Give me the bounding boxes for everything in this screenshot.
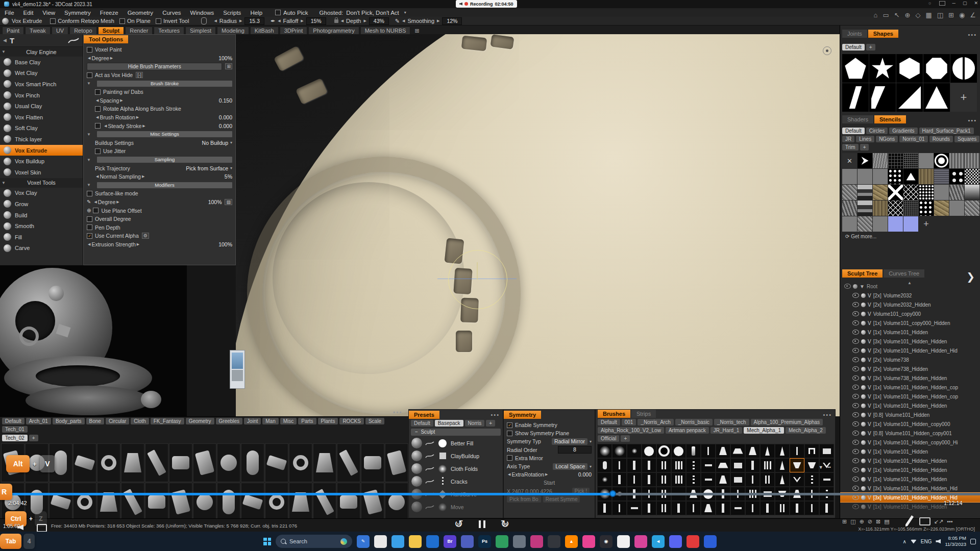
display-icon[interactable]	[939, 1, 945, 6]
sculpt-tree-item[interactable]: V[2x]Volume738	[840, 355, 980, 364]
toolbar-toggle-conform-retopo-mesh[interactable]: Conform Retopo Mesh	[50, 18, 114, 24]
taskbar-magenta-app[interactable]	[530, 535, 543, 548]
brush-alpha-thumbnail[interactable]	[804, 444, 819, 458]
disable-icon[interactable]: ⊘	[868, 518, 872, 525]
checkbox-icon[interactable]	[87, 47, 92, 53]
stencils-tab-stencils[interactable]: Stencils	[874, 115, 906, 123]
tool-item-smooth[interactable]: Smooth	[0, 220, 83, 232]
stencil-category-circles[interactable]: Circles	[866, 128, 888, 134]
option-side-button[interactable]: ▨	[225, 199, 232, 205]
option-buildup-settings[interactable]: Buildup SettingsNo Buildup▾	[84, 139, 235, 147]
models-panel-menu-icon[interactable]: •••	[393, 409, 403, 416]
visibility-eye-icon[interactable]	[852, 504, 859, 509]
option-use-current-alpha[interactable]: ✓Use Current Alpha⚙	[84, 232, 235, 240]
preset-category-item[interactable]: +	[486, 420, 495, 427]
shape-thumbnail-righttri[interactable]	[896, 83, 923, 112]
option-select-value[interactable]: Pick from Surface	[186, 165, 228, 171]
decrement-icon[interactable]: ◀	[278, 19, 280, 23]
stencil-thumbnail-qr[interactable]	[965, 169, 979, 184]
brush-alpha-thumbnail[interactable]	[627, 444, 642, 458]
sculpt-tree-item[interactable]: V[3x]Volume738_Hidden_Hidden	[840, 373, 980, 383]
model-thumbnail[interactable]	[337, 483, 360, 521]
options-section-brush-stroke[interactable]: ▼Brush Stroke	[84, 79, 235, 88]
increment-icon[interactable]: ▶	[239, 19, 242, 23]
model-thumbnail[interactable]	[73, 443, 96, 482]
sculpt-tree-item[interactable]: V[1x]Volume101_Hidden_Hidden	[840, 474, 980, 484]
visibility-eye-icon[interactable]	[852, 339, 859, 344]
brush-category-alpha-rock-100-v2-low[interactable]: Alpha_Rock_100_V2_Low	[598, 427, 664, 434]
shapes-tab-joints[interactable]: Joints	[842, 30, 867, 38]
brush-alpha-thumbnail[interactable]	[804, 458, 819, 472]
brush-alpha-thumbnail[interactable]	[701, 458, 716, 472]
checkbox-icon[interactable]	[87, 72, 92, 78]
more-options-icon[interactable]: •••	[947, 518, 953, 524]
visibility-eye-icon[interactable]	[852, 394, 859, 399]
menu-windows[interactable]: Windows	[186, 10, 219, 16]
stencil-category-gradients[interactable]: Gradients	[889, 128, 917, 134]
option-voxel-paint[interactable]: Voxel Paint	[84, 45, 235, 54]
stencil-thumbnail-rock[interactable]	[842, 201, 857, 216]
grid-icon[interactable]: ⊞	[842, 518, 847, 525]
param-smoothing[interactable]: ✎◀Smoothing▶12%	[395, 17, 462, 25]
brush-alpha-thumbnail[interactable]	[656, 472, 671, 487]
brush-alpha-thumbnail[interactable]	[745, 444, 760, 458]
model-category-default[interactable]: Default	[2, 418, 24, 424]
presets-tab[interactable]: Presets	[409, 411, 439, 419]
brush-category-mech-alpha-1[interactable]: Mech_Alpha_1	[744, 427, 784, 434]
home-icon[interactable]: ⌂	[874, 11, 878, 19]
option-degree[interactable]: ◀Degree▶100%	[84, 54, 235, 63]
decrement-icon[interactable]: ◀	[88, 56, 90, 60]
presets-menu-icon[interactable]: •••	[491, 412, 500, 418]
brush-alpha-thumbnail[interactable]	[597, 472, 612, 487]
sculpt-tree-item[interactable]: V[1x]Volume101_Hidden_copy000	[840, 419, 980, 429]
brush-category-default[interactable]: Default	[598, 419, 620, 425]
brush-alpha-thumbnail[interactable]	[671, 472, 686, 487]
tool-section-voxel-tools[interactable]: ▼Voxel Tools	[0, 178, 83, 188]
brush-alpha-thumbnail[interactable]	[642, 472, 656, 487]
brushes-tab-brushes[interactable]: Brushes	[598, 410, 630, 418]
tool-item-usual-clay[interactable]: Usual Clay	[0, 101, 83, 112]
model-thumbnail[interactable]	[193, 443, 216, 482]
model-thumbnail[interactable]	[169, 483, 192, 521]
tab-sculpt[interactable]: Sculpt	[98, 27, 125, 34]
brush-alpha-thumbnail[interactable]	[597, 501, 612, 515]
sculpt-tree-item[interactable]: V[0.8]Volume101_Hidden_copy001	[840, 429, 980, 438]
tab-photogrammetry[interactable]: Photogrammetry	[308, 27, 359, 34]
taskbar-files-app[interactable]	[374, 535, 387, 548]
visibility-eye-icon[interactable]	[852, 467, 859, 472]
brush-alpha-thumbnail[interactable]	[642, 444, 656, 458]
menu-symmetry[interactable]: Symmetry	[60, 10, 95, 16]
brush-alpha-thumbnail[interactable]	[760, 472, 775, 487]
model-thumbnail[interactable]	[385, 443, 408, 482]
tool-item-vox-smart-pinch[interactable]: Vox Smart Pinch	[0, 79, 83, 90]
stencil-thumbnail-flat[interactable]	[919, 153, 934, 168]
stencil-thumbnail-flat[interactable]	[842, 169, 857, 184]
cursor-icon[interactable]: ↖	[894, 11, 900, 19]
tool-item-vox-flatten[interactable]: Vox Flatten	[0, 112, 83, 123]
option-rotate-alpha-along-brush-stroke[interactable]: Rotate Alpha Along Brush Stroke	[84, 105, 235, 113]
stencil-thumbnail-flat[interactable]	[934, 185, 949, 200]
taskbar-docs-app[interactable]	[391, 535, 404, 548]
symmetry-extrarotation[interactable]: ◀ExtraRotation▶0.000	[504, 470, 595, 479]
stencil-thumbnail-dots[interactable]	[888, 169, 903, 184]
symmetry-symmetry-typ[interactable]: Symmetry TypRadial Mirror▾	[504, 437, 595, 445]
volume-icon[interactable]	[936, 539, 941, 544]
model-thumbnail[interactable]	[97, 443, 120, 482]
checkbox-icon[interactable]: ✓	[507, 422, 512, 428]
checkbox-icon[interactable]	[95, 148, 101, 154]
stencil-thumbnail-flat[interactable]	[857, 169, 872, 184]
brush-category-norris-tech[interactable]: _Norris_tech	[714, 419, 749, 425]
presets-section-header[interactable]: − Sculpt	[411, 429, 501, 436]
tool-item-vox-pinch[interactable]: Vox Pinch	[0, 90, 83, 101]
scroll-down-icon[interactable]: ▼	[819, 465, 823, 470]
taskbar-obs-app[interactable]: ◉	[600, 535, 612, 548]
sculpt-tree-item[interactable]: V[2x]Volume101_Hidden_Hidden_Hid	[840, 346, 980, 355]
checkbox-icon[interactable]	[87, 216, 92, 222]
param-value[interactable]: 15%	[306, 17, 326, 25]
close-button[interactable]: ✕	[974, 1, 978, 6]
toolbar-toggle-on-plane[interactable]: On Plane	[119, 18, 151, 24]
option-normal-sampling[interactable]: ◀Normal Sampling▶5%	[84, 172, 235, 181]
sculpt-tree-item[interactable]: VVolume101_copy000	[840, 309, 980, 318]
checkbox-icon[interactable]	[87, 224, 92, 230]
stencil-thumbnail-denim[interactable]	[934, 169, 949, 184]
